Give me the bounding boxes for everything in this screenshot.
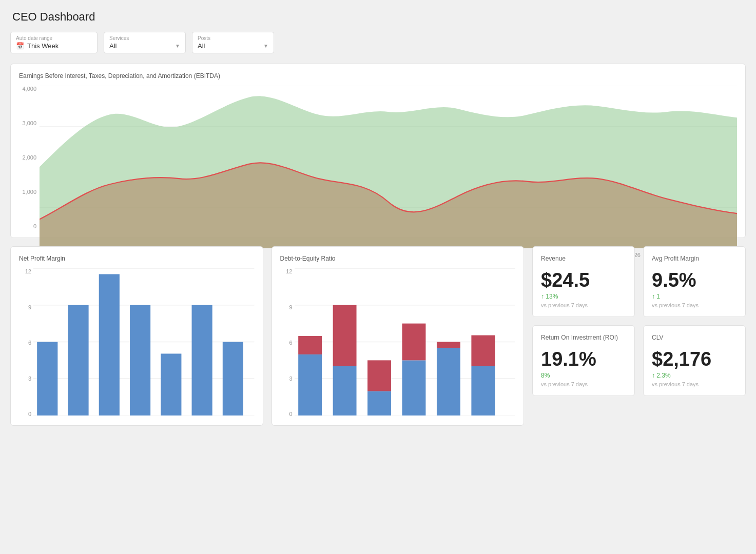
de-bar4-blue <box>402 360 425 416</box>
de-bar6-blue <box>471 366 495 416</box>
bar-7 <box>223 342 243 416</box>
de-bar4-red <box>402 324 425 361</box>
ebitda-svg <box>40 86 737 248</box>
posts-chevron-icon: ▼ <box>263 43 268 49</box>
y-label-0: 0 <box>19 223 36 229</box>
avg-profit-margin-card: Avg Profit Margin 9.5% ↑ 1 vs previous 7… <box>643 246 746 317</box>
revenue-period: vs previous 7 days <box>541 302 626 308</box>
bar-4 <box>130 305 150 416</box>
npm-y-axis: 0 3 6 9 12 <box>19 268 33 417</box>
de-svg-wrap <box>295 268 516 417</box>
de-bar5-blue <box>436 348 460 416</box>
roi-card: Return On Investment (ROI) 19.1% 8% vs p… <box>532 325 635 396</box>
date-range-label: Auto date range <box>16 35 92 41</box>
net-profit-margin-title: Net Profit Margin <box>19 255 255 262</box>
roi-title: Return On Investment (ROI) <box>541 334 626 341</box>
y-label-3000: 3,000 <box>19 120 36 126</box>
de-bar3-blue <box>367 391 391 416</box>
revenue-card: Revenue $24.5 ↑ 13% vs previous 7 days <box>532 246 635 317</box>
npm-svg-wrap <box>33 268 255 417</box>
apm-change: ↑ 1 <box>652 293 737 300</box>
bar-6 <box>192 305 212 416</box>
services-label: Services <box>109 35 180 41</box>
debt-equity-title: Debt-to-Equity Ratio <box>280 255 516 262</box>
clv-change: ↑ 2.3% <box>652 372 737 379</box>
bar-2 <box>68 305 88 416</box>
ebitda-chart-wrapper: 0 1,000 2,000 3,000 4,000 <box>19 86 737 229</box>
services-filter[interactable]: Services All ▼ <box>104 32 186 53</box>
bar-5 <box>161 353 181 416</box>
y-label-4000: 4,000 <box>19 86 36 92</box>
roi-period: vs previous 7 days <box>541 381 626 387</box>
apm-value: 9.5% <box>652 270 737 290</box>
page-title: CEO Dashboard <box>10 10 746 24</box>
calendar-icon: 📅 <box>16 42 24 50</box>
bottom-row: Net Profit Margin 0 3 6 9 12 <box>10 246 746 426</box>
roi-value: 19.1% <box>541 349 626 369</box>
net-profit-margin-panel: Net Profit Margin 0 3 6 9 12 <box>10 246 263 426</box>
revenue-title: Revenue <box>541 255 626 262</box>
de-bar2-red <box>333 305 356 366</box>
roi-change: 8% <box>541 372 626 379</box>
revenue-change: ↑ 13% <box>541 293 626 300</box>
de-y-axis: 0 3 6 9 12 <box>280 268 295 417</box>
services-value-row: All ▼ <box>109 42 180 50</box>
clv-title: CLV <box>652 334 737 341</box>
services-chevron-icon: ▼ <box>175 43 180 49</box>
posts-label: Posts <box>198 35 268 41</box>
npm-chart-wrapper: 0 3 6 9 12 <box>19 268 255 417</box>
revenue-value: $24.5 <box>541 270 626 290</box>
revenue-roi-col: Revenue $24.5 ↑ 13% vs previous 7 days R… <box>532 246 635 426</box>
clv-period: vs previous 7 days <box>652 381 737 387</box>
ebitda-svg-area: 123 456 789 101112 131415 161718 192021 … <box>40 86 737 229</box>
ebitda-title: Earnings Before Interest, Taxes, Depreci… <box>19 72 737 80</box>
ebitda-panel: Earnings Before Interest, Taxes, Depreci… <box>10 64 746 238</box>
de-bar6-red <box>471 335 495 366</box>
ebitda-y-axis: 0 1,000 2,000 3,000 4,000 <box>19 86 40 229</box>
de-bar3-red <box>367 360 391 391</box>
apm-clv-col: Avg Profit Margin 9.5% ↑ 1 vs previous 7… <box>643 246 746 426</box>
date-range-filter[interactable]: Auto date range 📅 This Week <box>10 32 98 53</box>
de-bar1-red <box>298 336 322 354</box>
posts-value-row: All ▼ <box>198 42 268 50</box>
y-label-1000: 1,000 <box>19 189 36 195</box>
de-bar2-blue <box>333 366 356 416</box>
dashboard: CEO Dashboard Auto date range 📅 This Wee… <box>10 10 746 426</box>
apm-period: vs previous 7 days <box>652 302 737 308</box>
clv-card: CLV $2,176 ↑ 2.3% vs previous 7 days <box>643 325 746 396</box>
debt-equity-panel: Debt-to-Equity Ratio 0 3 6 9 12 <box>272 246 525 426</box>
bar-1 <box>37 342 57 416</box>
npm-svg <box>33 268 255 416</box>
y-label-2000: 2,000 <box>19 154 36 161</box>
posts-filter[interactable]: Posts All ▼ <box>192 32 274 53</box>
de-chart-wrapper: 0 3 6 9 12 <box>280 268 516 417</box>
de-bar1-blue <box>298 354 322 416</box>
de-svg <box>295 268 516 416</box>
clv-value: $2,176 <box>652 349 737 369</box>
de-bar5-red <box>436 342 460 348</box>
bar-3 <box>99 274 120 416</box>
date-range-value: 📅 This Week <box>16 42 92 50</box>
apm-title: Avg Profit Margin <box>652 255 737 262</box>
filters-bar: Auto date range 📅 This Week Services All… <box>10 32 746 53</box>
